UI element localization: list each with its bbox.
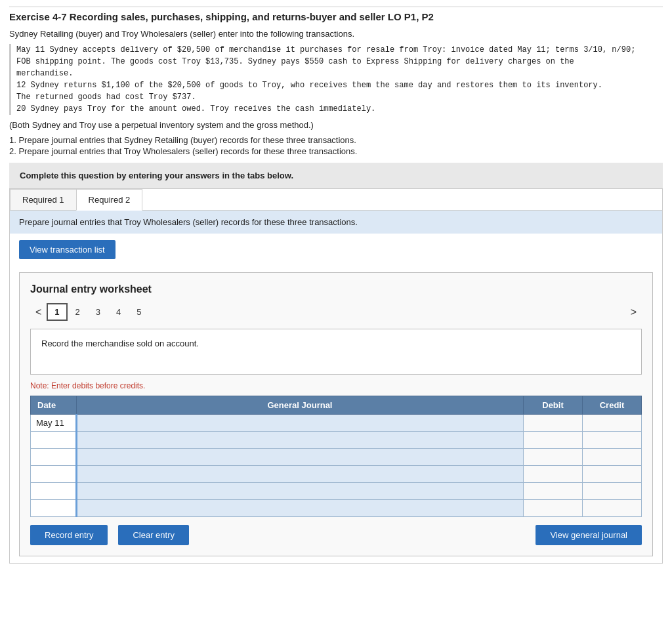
date-cell-4 — [31, 466, 77, 483]
tab-instruction: Prepare journal entries that Troy Wholes… — [10, 211, 662, 234]
table-row — [31, 432, 642, 449]
gj-input-1[interactable] — [77, 415, 523, 431]
credit-input-4[interactable] — [583, 466, 641, 482]
page-4-button[interactable]: 4 — [108, 304, 129, 320]
gj-input-2[interactable] — [77, 432, 523, 448]
header-date: Date — [31, 396, 77, 415]
credit-cell-4[interactable] — [583, 466, 642, 483]
credit-input-6[interactable] — [583, 500, 641, 516]
header-general-journal: General Journal — [77, 396, 524, 415]
credit-cell-2[interactable] — [583, 432, 642, 449]
intro-text: Sydney Retailing (buyer) and Troy Wholes… — [9, 29, 663, 39]
tab-required-2[interactable]: Required 2 — [76, 189, 143, 211]
journal-table: Date General Journal Debit Credit May 11 — [30, 396, 642, 517]
entry-instruction-text: Record the merchandise sold on account. — [41, 339, 199, 348]
debit-cell-6[interactable] — [524, 500, 583, 517]
view-general-journal-button[interactable]: View general journal — [536, 525, 642, 545]
gj-cell-2[interactable] — [77, 432, 524, 449]
note-text: Note: Enter debits before credits. — [30, 381, 642, 390]
header-credit: Credit — [583, 396, 642, 415]
page-3-button[interactable]: 3 — [88, 304, 108, 320]
gj-cell-3[interactable] — [77, 449, 524, 466]
left-buttons: Record entry Clear entry — [30, 525, 189, 545]
date-cell-2 — [31, 432, 77, 449]
gj-input-4[interactable] — [77, 466, 523, 482]
problem-line-5: The returned goods had cost Troy $737. — [16, 91, 663, 103]
problem-line-4: 12 Sydney returns $1,100 of the $20,500 … — [16, 79, 663, 91]
debit-input-2[interactable] — [524, 432, 582, 448]
table-row — [31, 500, 642, 517]
record-entry-button[interactable]: Record entry — [30, 525, 108, 545]
perpetual-text: (Both Sydney and Troy use a perpetual in… — [9, 120, 663, 130]
header-debit: Debit — [524, 396, 583, 415]
gj-input-3[interactable] — [77, 449, 523, 465]
table-row — [31, 483, 642, 500]
debit-input-5[interactable] — [524, 483, 582, 499]
gj-input-5[interactable] — [77, 483, 523, 499]
entry-instruction-box: Record the merchandise sold on account. — [30, 329, 642, 375]
problem-text: May 11 Sydney accepts delivery of $20,50… — [9, 44, 663, 115]
table-row — [31, 449, 642, 466]
credit-input-2[interactable] — [583, 432, 641, 448]
tabs-header: Required 1 Required 2 — [10, 189, 662, 211]
pagination: < 1 2 3 4 5 > — [30, 303, 642, 321]
debit-cell-1[interactable] — [524, 415, 583, 432]
debit-input-1[interactable] — [524, 415, 582, 431]
gj-cell-1[interactable] — [77, 415, 524, 432]
table-row: May 11 — [31, 415, 642, 432]
debit-input-3[interactable] — [524, 449, 582, 465]
debit-cell-4[interactable] — [524, 466, 583, 483]
gj-cell-4[interactable] — [77, 466, 524, 483]
debit-cell-2[interactable] — [524, 432, 583, 449]
bottom-buttons: Record entry Clear entry View general jo… — [30, 525, 642, 545]
worksheet-box: Journal entry worksheet < 1 2 3 4 5 > Re… — [19, 272, 653, 556]
credit-input-3[interactable] — [583, 449, 641, 465]
problem-line-3: merchandise. — [16, 68, 663, 79]
debit-input-6[interactable] — [524, 500, 582, 516]
tab-required-1[interactable]: Required 1 — [10, 189, 77, 210]
prev-page-button[interactable]: < — [30, 304, 47, 321]
instruction-1: 1. Prepare journal entries that Sydney R… — [9, 135, 663, 145]
date-cell-3 — [31, 449, 77, 466]
credit-cell-3[interactable] — [583, 449, 642, 466]
problem-line-2: FOB shipping point. The goods cost Troy … — [16, 56, 663, 68]
date-cell-1: May 11 — [31, 415, 77, 432]
complete-box: Complete this question by entering your … — [9, 163, 663, 188]
instructions: 1. Prepare journal entries that Sydney R… — [9, 135, 663, 156]
credit-cell-5[interactable] — [583, 483, 642, 500]
clear-entry-button[interactable]: Clear entry — [118, 525, 189, 545]
debit-cell-5[interactable] — [524, 483, 583, 500]
page-2-button[interactable]: 2 — [68, 304, 88, 320]
gj-cell-6[interactable] — [77, 500, 524, 517]
tabs-container: Required 1 Required 2 Prepare journal en… — [9, 188, 663, 564]
credit-input-1[interactable] — [583, 415, 641, 431]
debit-input-4[interactable] — [524, 466, 582, 482]
date-cell-6 — [31, 500, 77, 517]
page-5-button[interactable]: 5 — [129, 304, 149, 320]
page-1-button[interactable]: 1 — [47, 303, 67, 321]
credit-input-5[interactable] — [583, 483, 641, 499]
page-title: Exercise 4-7 Recording sales, purchases,… — [9, 7, 663, 22]
problem-line-1: May 11 Sydney accepts delivery of $20,50… — [16, 44, 663, 56]
tab-content: Prepare journal entries that Troy Wholes… — [10, 211, 662, 556]
date-cell-5 — [31, 483, 77, 500]
view-transaction-button[interactable]: View transaction list — [19, 240, 116, 259]
gj-cell-5[interactable] — [77, 483, 524, 500]
instruction-2: 2. Prepare journal entries that Troy Who… — [9, 146, 663, 156]
credit-cell-1[interactable] — [583, 415, 642, 432]
next-page-button[interactable]: > — [625, 304, 642, 321]
worksheet-title: Journal entry worksheet — [30, 283, 642, 295]
gj-input-6[interactable] — [77, 500, 523, 516]
table-row — [31, 466, 642, 483]
problem-line-6: 20 Sydney pays Troy for the amount owed.… — [16, 103, 663, 115]
debit-cell-3[interactable] — [524, 449, 583, 466]
credit-cell-6[interactable] — [583, 500, 642, 517]
